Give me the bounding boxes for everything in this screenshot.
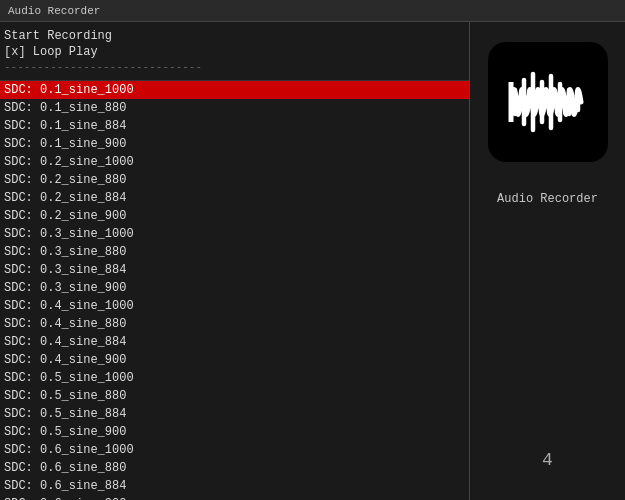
right-panel: Audio Recorder 4 [470, 22, 625, 500]
start-recording-button[interactable]: Start Recording [4, 28, 465, 44]
file-item[interactable]: SDC: 0.2_sine_900 [0, 207, 469, 225]
file-item[interactable]: SDC: 0.6_sine_900 [0, 495, 469, 500]
left-panel: Start Recording [x] Loop Play ----------… [0, 22, 470, 500]
file-item[interactable]: SDC: 0.4_sine_900 [0, 351, 469, 369]
file-item[interactable]: SDC: 0.2_sine_880 [0, 171, 469, 189]
main-content: Start Recording [x] Loop Play ----------… [0, 22, 625, 500]
page-number: 4 [542, 450, 553, 470]
file-item[interactable]: SDC: 0.6_sine_884 [0, 477, 469, 495]
file-item[interactable]: SDC: 0.4_sine_880 [0, 315, 469, 333]
file-item[interactable]: SDC: 0.2_sine_884 [0, 189, 469, 207]
file-item[interactable]: SDC: 0.2_sine_1000 [0, 153, 469, 171]
file-item[interactable]: SDC: 0.1_sine_884 [0, 117, 469, 135]
loop-play-checkbox[interactable]: [x] Loop Play [4, 44, 465, 60]
file-item[interactable]: SDC: 0.1_sine_900 [0, 135, 469, 153]
file-item[interactable]: SDC: 0.1_sine_880 [0, 99, 469, 117]
file-item[interactable]: SDC: 0.3_sine_1000 [0, 225, 469, 243]
file-item[interactable]: SDC: 0.5_sine_880 [0, 387, 469, 405]
file-item[interactable]: SDC: 0.6_sine_1000 [0, 441, 469, 459]
separator: ------------------------------ [4, 60, 465, 74]
waveform-svg [503, 62, 593, 142]
title-bar-label: Audio Recorder [8, 5, 100, 17]
controls-area: Start Recording [x] Loop Play ----------… [0, 22, 469, 81]
file-item[interactable]: SDC: 0.1_sine_1000 [0, 81, 469, 99]
title-bar: Audio Recorder [0, 0, 625, 22]
app-container: Audio Recorder Start Recording [x] Loop … [0, 0, 625, 500]
file-item[interactable]: SDC: 0.4_sine_1000 [0, 297, 469, 315]
file-item[interactable]: SDC: 0.3_sine_900 [0, 279, 469, 297]
file-item[interactable]: SDC: 0.3_sine_880 [0, 243, 469, 261]
file-item[interactable]: SDC: 0.5_sine_900 [0, 423, 469, 441]
waveform-icon-container [488, 42, 608, 162]
file-item[interactable]: SDC: 0.4_sine_884 [0, 333, 469, 351]
recorder-label: Audio Recorder [497, 192, 598, 206]
file-item[interactable]: SDC: 0.6_sine_880 [0, 459, 469, 477]
file-list[interactable]: SDC: 0.1_sine_1000SDC: 0.1_sine_880SDC: … [0, 81, 469, 500]
file-item[interactable]: SDC: 0.5_sine_884 [0, 405, 469, 423]
file-item[interactable]: SDC: 0.5_sine_1000 [0, 369, 469, 387]
file-item[interactable]: SDC: 0.3_sine_884 [0, 261, 469, 279]
